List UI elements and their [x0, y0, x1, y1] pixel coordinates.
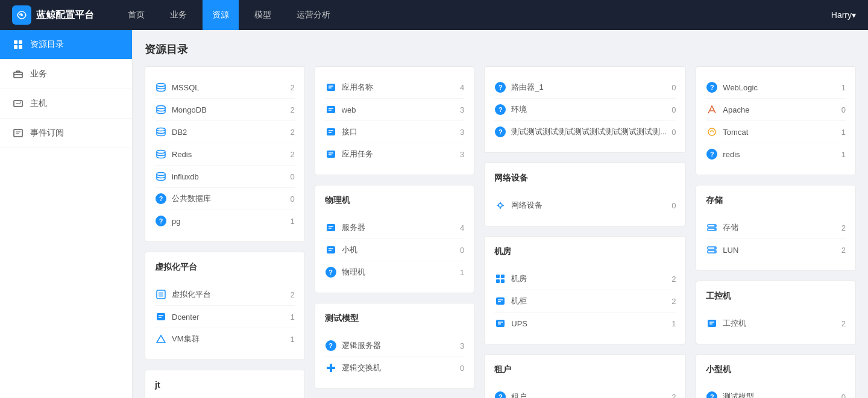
- card-item[interactable]: 虚拟化平台2: [155, 284, 295, 306]
- item-label: 应用名称: [342, 82, 455, 93]
- item-count: 0: [841, 393, 846, 399]
- item-label: redis: [723, 150, 836, 159]
- svg-point-64: [714, 229, 715, 230]
- svg-rect-49: [496, 275, 500, 278]
- item-label: 物理机: [342, 267, 455, 278]
- card-item[interactable]: LUN2: [706, 239, 846, 261]
- card-group-3-3: 小型机?测试模型0: [696, 354, 856, 398]
- host-icon: [12, 98, 24, 110]
- card-item[interactable]: Tomcat1: [706, 121, 846, 143]
- card-item[interactable]: ?公共数据库0: [155, 188, 295, 210]
- item-label: Redis: [172, 150, 285, 159]
- item-label: 应用任务: [342, 149, 455, 160]
- nav-business[interactable]: 业务: [160, 0, 197, 30]
- card-group-2-1: 网络设备网络设备0: [484, 163, 686, 226]
- item-label: MongoDB: [172, 105, 285, 114]
- card-item[interactable]: 小机0: [325, 239, 465, 261]
- card-item[interactable]: 应用名称4: [325, 76, 465, 99]
- card-item[interactable]: ?逻辑服务器3: [325, 335, 465, 357]
- sidebar-item-host[interactable]: 主机: [0, 89, 132, 119]
- card-item[interactable]: ?租户2: [494, 386, 676, 398]
- item-count: 3: [460, 150, 464, 159]
- svg-point-44: [498, 204, 502, 207]
- grid4-icon: [494, 273, 506, 285]
- card-item[interactable]: 应用任务3: [325, 143, 465, 165]
- rect-icon: [325, 244, 337, 256]
- card-item[interactable]: 服务器4: [325, 217, 465, 239]
- question-icon: ?: [155, 193, 167, 205]
- item-label: 测试测试测试测试测试测试测试测试测试测...: [511, 126, 667, 137]
- item-count: 2: [290, 150, 294, 159]
- card-item[interactable]: ?路由器_10: [494, 76, 676, 99]
- item-count: 2: [841, 319, 846, 328]
- item-count: 1: [671, 319, 676, 328]
- card-item[interactable]: ?测试测试测试测试测试测试测试测试测试测...0: [494, 121, 676, 143]
- card-section-title: 小型机: [706, 364, 846, 380]
- item-label: 租户: [511, 391, 667, 398]
- svg-point-17: [157, 173, 165, 176]
- card-group-0-0: MSSQL2MongoDB2DB22Redis2influxdb0?公共数据库0…: [145, 66, 305, 242]
- item-count: 2: [290, 128, 294, 137]
- item-label: 虚拟化平台: [172, 289, 285, 300]
- card-section-title: 网络设备: [494, 173, 676, 188]
- card-item[interactable]: Redis2: [155, 143, 295, 166]
- item-label: 环境: [511, 104, 667, 115]
- card-item[interactable]: MSSQL2: [155, 76, 295, 99]
- grid-icon: [12, 39, 24, 51]
- question-icon: ?: [706, 391, 718, 398]
- rect-intf-icon: [325, 126, 337, 138]
- rect-task-icon: [325, 148, 337, 160]
- nav-model[interactable]: 模型: [245, 0, 281, 30]
- svg-rect-69: [708, 320, 716, 327]
- triangle-icon: [155, 333, 167, 345]
- card-item[interactable]: 机柜2: [494, 290, 676, 312]
- item-label: influxdb: [172, 172, 285, 181]
- nav-resource[interactable]: 资源: [203, 0, 239, 30]
- card-item[interactable]: 存储2: [706, 217, 846, 239]
- card-section-title: 机房: [494, 246, 676, 262]
- svg-rect-19: [159, 292, 163, 297]
- event-icon: [12, 127, 24, 139]
- sidebar-label-business: 业务: [30, 69, 47, 79]
- card-item[interactable]: influxdb0: [155, 166, 295, 188]
- rect-app-icon: [325, 81, 337, 93]
- card-item[interactable]: 网络设备0: [494, 194, 676, 216]
- card-item[interactable]: ?WebLogic1: [706, 76, 846, 99]
- item-count: 1: [841, 150, 846, 159]
- sidebar-item-resource-dir[interactable]: 资源目录: [0, 30, 132, 60]
- nav-user[interactable]: Harry▾: [831, 10, 856, 20]
- card-item[interactable]: 机房2: [494, 268, 676, 290]
- card-item[interactable]: ?pg1: [155, 210, 295, 232]
- card-item[interactable]: ?redis1: [706, 143, 846, 165]
- card-item[interactable]: VM集群1: [155, 328, 295, 350]
- card-item[interactable]: Apache0: [706, 99, 846, 121]
- card-item[interactable]: Dcenter1: [155, 306, 295, 328]
- sidebar-item-business[interactable]: 业务: [0, 60, 132, 89]
- card-item[interactable]: UPS1: [494, 312, 676, 334]
- card-item[interactable]: 接口3: [325, 121, 465, 143]
- card-group-2-0: ?路由器_10?环境0?测试测试测试测试测试测试测试测试测试测...0: [484, 66, 686, 153]
- card-group-2-2: 机房机房2机柜2UPS1: [484, 236, 686, 344]
- svg-rect-53: [496, 297, 505, 305]
- card-item[interactable]: MongoDB2: [155, 99, 295, 121]
- svg-rect-3: [14, 45, 17, 49]
- apache-icon: [706, 104, 718, 116]
- card-item[interactable]: ?测试模型0: [706, 386, 846, 398]
- card-item[interactable]: 工控机2: [706, 312, 846, 334]
- card-item[interactable]: ?物理机1: [325, 261, 465, 283]
- card-item[interactable]: web3: [325, 99, 465, 121]
- nav-analytics[interactable]: 运营分析: [287, 0, 340, 30]
- sidebar-item-event[interactable]: 事件订阅: [0, 119, 132, 148]
- item-label: 公共数据库: [172, 193, 285, 204]
- svg-rect-33: [327, 151, 335, 158]
- card-item[interactable]: 逻辑交换机0: [325, 357, 465, 379]
- card-section-title: 虚拟化平台: [155, 262, 295, 278]
- card-item[interactable]: DB22: [155, 121, 295, 143]
- card-item[interactable]: ?环境0: [494, 99, 676, 121]
- item-label: 小机: [342, 244, 455, 255]
- nav-home[interactable]: 首页: [118, 0, 154, 30]
- db-icon: [155, 126, 167, 138]
- column-4: ?WebLogic1Apache0Tomcat1?redis1存储存储2LUN2…: [696, 66, 856, 398]
- item-count: 0: [290, 172, 294, 181]
- db-icon: [155, 104, 167, 116]
